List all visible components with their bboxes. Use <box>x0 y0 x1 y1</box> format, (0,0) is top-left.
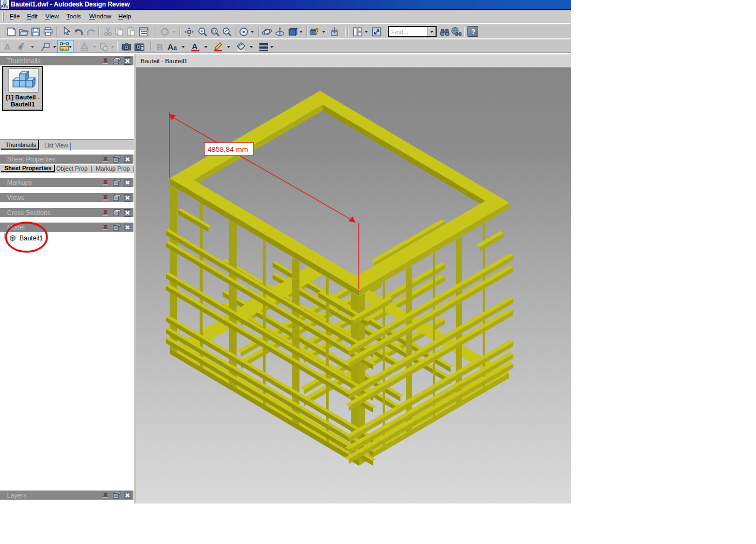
svg-text:A: A <box>192 42 198 51</box>
svg-text:4858,84 mm: 4858,84 mm <box>208 145 248 153</box>
svg-text:B: B <box>157 43 163 52</box>
svg-text:A: A <box>168 42 173 51</box>
svg-text:a: a <box>173 44 177 51</box>
